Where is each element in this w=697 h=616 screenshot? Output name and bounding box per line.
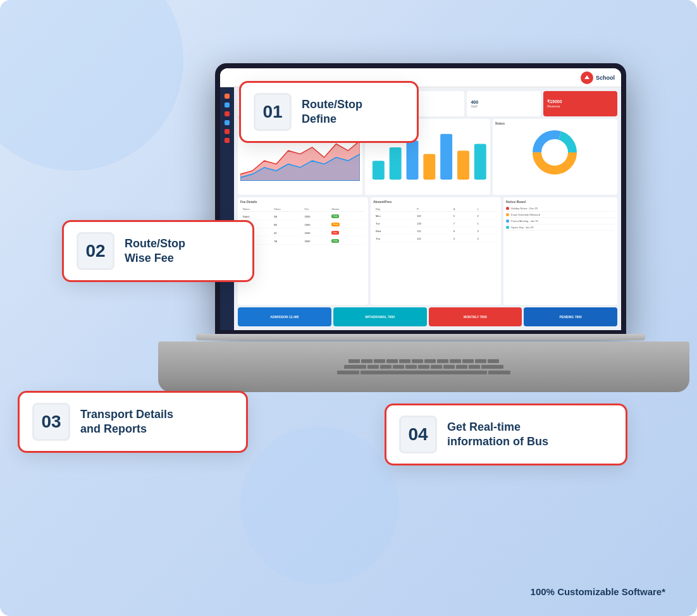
pending-button[interactable]: PENDING 7800 bbox=[524, 307, 617, 326]
table-cell: 1800 bbox=[303, 221, 329, 228]
svg-rect-0 bbox=[373, 161, 385, 180]
table-header: Class bbox=[273, 207, 302, 212]
key bbox=[337, 371, 359, 374]
bottom-row: Fee Details Name Class Fee Status bbox=[238, 197, 617, 305]
table-cell: 2 bbox=[476, 213, 497, 219]
sidebar-item[interactable] bbox=[225, 94, 230, 99]
table-cell: 9 bbox=[452, 228, 475, 235]
attendance-table: Day P A L Mon bbox=[373, 206, 498, 243]
card-title: Notice Board bbox=[506, 200, 615, 204]
table-cell: 6B bbox=[273, 221, 302, 228]
info-text: Parent Meeting - Jan 10 bbox=[511, 219, 615, 223]
table-cell: Tue bbox=[374, 221, 414, 227]
sidebar bbox=[220, 87, 234, 330]
dashboard-logo: School bbox=[581, 71, 615, 84]
table-title: Absent/Pres bbox=[373, 200, 498, 204]
stat-number: ₹19000 bbox=[547, 99, 614, 104]
middle-table-card: Absent/Pres Day P A L bbox=[371, 197, 501, 305]
keyboard-row-1 bbox=[183, 359, 664, 363]
main-container: School bbox=[0, 0, 697, 616]
svg-rect-2 bbox=[407, 140, 419, 180]
svg-rect-1 bbox=[390, 147, 402, 180]
admission-button[interactable]: ADMISSION 12,488 bbox=[238, 307, 331, 326]
sidebar-item[interactable] bbox=[225, 111, 230, 116]
key bbox=[367, 365, 379, 369]
table-cell: 115 bbox=[416, 228, 451, 235]
key bbox=[344, 365, 366, 369]
key bbox=[488, 359, 499, 363]
key bbox=[456, 365, 467, 369]
feature-card-04: 04 Get Real-timeinformation of Bus bbox=[386, 405, 626, 464]
key bbox=[405, 365, 417, 369]
key bbox=[393, 365, 404, 369]
chart-title: Status bbox=[495, 121, 615, 125]
info-text: Exam Schedule Released bbox=[511, 213, 615, 216]
table-cell: 2 bbox=[476, 236, 497, 242]
feature-card-01: 01 Route/StopDefine bbox=[240, 82, 417, 142]
table-cell: 122 bbox=[416, 236, 451, 242]
table-row: Tue 118 7 1 bbox=[374, 221, 497, 227]
bg-circle-2 bbox=[240, 426, 398, 584]
stat-label: Staff bbox=[471, 104, 537, 108]
table-header: Status bbox=[330, 207, 364, 212]
buttons-row: ADMISSION 12,488 WITHDRAWAL 7800 MONTHLY… bbox=[238, 307, 617, 326]
svg-rect-4 bbox=[441, 134, 453, 180]
sidebar-item[interactable] bbox=[225, 102, 230, 108]
table-cell: 7A bbox=[273, 238, 302, 245]
table-header: Fee bbox=[303, 207, 329, 212]
table-cell: 2000 bbox=[303, 213, 329, 220]
info-dot bbox=[506, 213, 509, 216]
key bbox=[450, 359, 461, 363]
table-cell: Thu bbox=[374, 236, 414, 242]
table-row: Thu 122 3 2 bbox=[374, 236, 497, 242]
bottom-note: 100% Customizable Software* bbox=[531, 586, 665, 597]
feature-number: 03 bbox=[32, 403, 70, 441]
svg-point-10 bbox=[545, 142, 565, 163]
table-row: Wed 115 9 3 bbox=[374, 228, 497, 235]
table-row: Amit 4C 2500 Due bbox=[242, 230, 364, 237]
monthly-button[interactable]: MONTHLY 7800 bbox=[429, 307, 522, 326]
feature-number: 04 bbox=[399, 416, 437, 453]
feature-title: Transport Detailsand Reports bbox=[80, 407, 173, 437]
info-text: Holiday Notice - Dec 25 bbox=[511, 207, 615, 210]
table-header: L bbox=[476, 207, 497, 212]
table-title: Fee Details bbox=[240, 200, 366, 204]
sidebar-item[interactable] bbox=[225, 129, 230, 134]
key bbox=[361, 359, 373, 363]
table-header: Day bbox=[374, 207, 414, 212]
key bbox=[443, 365, 455, 369]
key bbox=[412, 359, 423, 363]
info-dot bbox=[506, 226, 509, 229]
key bbox=[437, 359, 448, 363]
donut-chart bbox=[529, 127, 580, 178]
key bbox=[374, 359, 385, 363]
withdrawal-button[interactable]: WITHDRAWAL 7800 bbox=[333, 307, 427, 326]
laptop-keyboard bbox=[158, 342, 689, 392]
stat-number: 400 bbox=[471, 100, 537, 104]
table-cell: Wed bbox=[374, 228, 414, 235]
stat-label: Revenue bbox=[547, 104, 614, 108]
key bbox=[386, 359, 398, 363]
feature-number: 02 bbox=[77, 232, 114, 270]
svg-rect-6 bbox=[474, 144, 486, 180]
table-cell: 3000 bbox=[303, 238, 329, 245]
sidebar-item[interactable] bbox=[225, 120, 230, 125]
feature-card-03: 03 Transport Detailsand Reports bbox=[19, 392, 247, 452]
key bbox=[462, 359, 474, 363]
key bbox=[380, 365, 392, 369]
feature-title: Route/StopDefine bbox=[302, 97, 362, 127]
feature-number: 01 bbox=[254, 93, 292, 131]
key bbox=[348, 359, 360, 363]
donut-chart-card: Status bbox=[493, 119, 617, 195]
right-info-card: Notice Board Holiday Notice - Dec 25 Exa… bbox=[503, 197, 617, 305]
table-cell: 3 bbox=[452, 236, 475, 242]
table-cell: 120 bbox=[416, 213, 451, 219]
stat-card-highlight: ₹19000 Revenue bbox=[543, 91, 617, 116]
info-row: Parent Meeting - Jan 10 bbox=[506, 218, 615, 225]
feature-title: Get Real-timeinformation of Bus bbox=[447, 420, 548, 450]
sidebar-item[interactable] bbox=[225, 138, 230, 143]
key bbox=[418, 365, 429, 369]
table-cell: Due bbox=[330, 230, 364, 237]
table-cell: 7 bbox=[452, 221, 475, 227]
table-header: A bbox=[452, 207, 475, 212]
